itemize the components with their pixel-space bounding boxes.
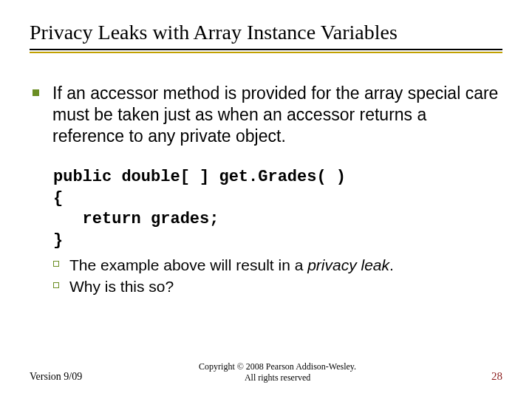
bullet-level2: Why is this so?: [53, 276, 502, 296]
footer: Version 9/09 Copyright © 2008 Pearson Ad…: [30, 361, 502, 383]
copyright: Copyright © 2008 Pearson Addison-Wesley.…: [82, 361, 473, 383]
copyright-line1: Copyright © 2008 Pearson Addison-Wesley.: [82, 361, 473, 372]
para1-text: If an accessor method is provided for th…: [52, 83, 502, 146]
slide-body: If an accessor method is provided for th…: [30, 83, 502, 296]
square-outline-bullet-icon: [53, 261, 59, 267]
sub2-text: Why is this so?: [69, 276, 174, 296]
sub1-part-a: The example above will result in a: [69, 256, 307, 273]
version-label: Version 9/09: [30, 371, 82, 383]
sub1-part-c: .: [389, 256, 394, 273]
square-outline-bullet-icon: [53, 282, 59, 288]
slide-title: Privacy Leaks with Array Instance Variab…: [30, 21, 502, 44]
title-rule-accent: [30, 52, 502, 53]
slide: Privacy Leaks with Array Instance Variab…: [0, 0, 532, 399]
bullet-level2: The example above will result in a priva…: [53, 255, 502, 275]
bullet-level1: If an accessor method is provided for th…: [33, 83, 502, 146]
sub1-italic: privacy leak: [307, 256, 389, 273]
copyright-line2: All rights reserved: [82, 372, 473, 383]
code-block: public double[ ] get.Grades( ) { return …: [53, 167, 502, 251]
sub1-text: The example above will result in a priva…: [69, 255, 394, 275]
title-rule-dark: [30, 49, 502, 50]
page-number: 28: [473, 370, 502, 383]
square-bullet-icon: [33, 89, 39, 96]
